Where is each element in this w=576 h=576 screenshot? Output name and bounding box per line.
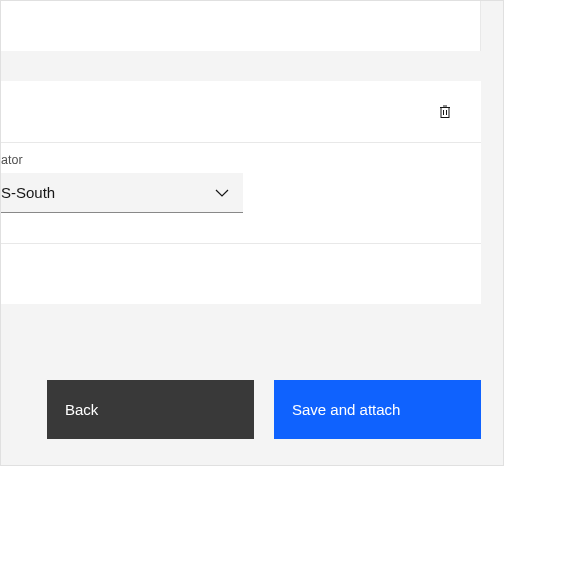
save-attach-button[interactable]: Save and attach bbox=[274, 380, 481, 439]
field-label: ator bbox=[1, 153, 481, 167]
trash-icon[interactable] bbox=[437, 104, 453, 120]
svg-rect-0 bbox=[441, 107, 449, 117]
back-button[interactable]: Back bbox=[47, 380, 254, 439]
region-dropdown[interactable]: S-South bbox=[1, 173, 243, 213]
main-block: ator S-South bbox=[1, 81, 481, 304]
header-row bbox=[1, 81, 481, 143]
form-section: ator S-South bbox=[1, 143, 481, 244]
spacer bbox=[1, 244, 481, 304]
chevron-down-icon bbox=[215, 189, 229, 197]
button-row: Back Save and attach bbox=[47, 380, 481, 439]
modal-panel: ator S-South Back Save and attach bbox=[0, 0, 504, 466]
dropdown-value: S-South bbox=[1, 184, 55, 201]
top-block bbox=[1, 1, 481, 51]
